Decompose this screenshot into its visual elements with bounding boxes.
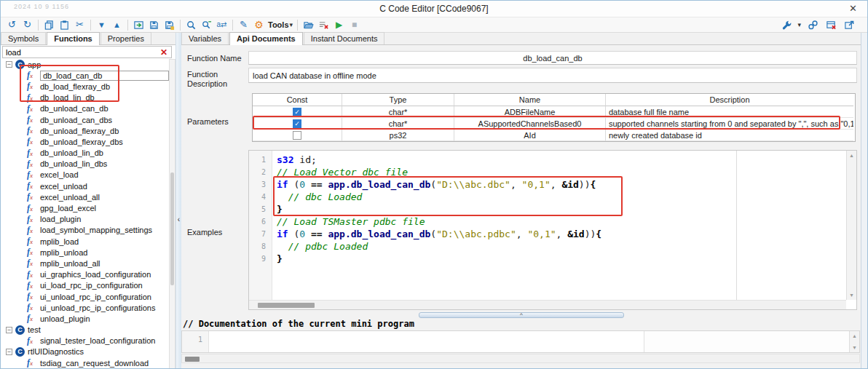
save-as-icon[interactable] — [162, 18, 177, 31]
gear-icon[interactable]: ⚙ — [251, 18, 267, 31]
search-icon[interactable] — [184, 18, 199, 31]
import-icon[interactable] — [131, 18, 146, 31]
tree-scrollbar[interactable] — [169, 59, 175, 369]
clear-search-icon[interactable]: ✕ — [157, 47, 171, 57]
copy-icon[interactable] — [42, 18, 57, 31]
search-input[interactable] — [3, 47, 157, 57]
examples-code-area[interactable]: s32 id;// Load Vector dbc fileif (0 == a… — [272, 151, 737, 300]
expander-icon[interactable]: − — [6, 327, 12, 333]
panel-splitter[interactable]: ‹ — [175, 33, 181, 369]
close-icon[interactable]: ✕ — [846, 3, 860, 14]
tree-item-db_load_flexray_db[interactable]: fxdb_load_flexray_db — [2, 81, 169, 92]
documentation-editor[interactable]: 1 ▲ ▼ — [181, 330, 860, 353]
export-icon[interactable] — [842, 18, 857, 31]
tree-item-label: tsdiag_can_request_download — [40, 359, 149, 368]
tree-item-tsdiag_can_request_download[interactable]: fxtsdiag_can_request_download — [2, 357, 169, 368]
tree-group-rtlUIDiagnostics[interactable]: −CrtlUIDiagnostics — [2, 346, 169, 357]
function-icon: fx — [27, 180, 39, 191]
wrench-icon[interactable] — [779, 18, 794, 31]
toolbar-separator — [232, 20, 233, 31]
tree-item-mplib_unload[interactable]: fxmplib_unload — [2, 247, 169, 258]
tab-symbols[interactable]: Symbols — [1, 32, 46, 44]
tree-item-db_unload_lin_db[interactable]: fxdb_unload_lin_db — [2, 148, 169, 159]
tools-menu[interactable]: Tools — [268, 20, 289, 29]
expander-icon[interactable]: − — [6, 61, 12, 68]
tree-item-ui_load_rpc_ip_configuration[interactable]: fxui_load_rpc_ip_configuration — [2, 280, 169, 291]
open-folder-icon[interactable] — [301, 18, 316, 31]
tools-dropdown-icon[interactable]: ▾ — [290, 21, 293, 28]
documentation-code-area[interactable] — [209, 331, 644, 352]
link-icon[interactable] — [805, 18, 821, 31]
left-tab-bar: Symbols Functions Properties — [1, 33, 175, 45]
tree-item-db_unload_lin_dbs[interactable]: fxdb_unload_lin_dbs — [2, 159, 169, 170]
close-table-icon[interactable] — [824, 18, 839, 31]
documentation-secondary-pane — [644, 331, 849, 352]
expander-icon[interactable]: − — [6, 349, 12, 355]
tree-item-ui_unload_rpc_ip_configuration[interactable]: fxui_unload_rpc_ip_configuration — [2, 291, 169, 302]
tree-item-mplib_unload_all[interactable]: fxmplib_unload_all — [2, 258, 169, 269]
tree-item-db_unload_can_db[interactable]: fxdb_unload_can_db — [2, 103, 169, 114]
scroll-up-icon[interactable]: ▲ — [847, 153, 856, 158]
documentation-vertical-scrollbar[interactable]: ▲ ▼ — [849, 331, 859, 352]
tree-item-signal_tester_load_configuration[interactable]: fxsignal_tester_load_configuration — [2, 336, 169, 346]
function-name-field[interactable]: db_load_can_db — [248, 51, 857, 65]
move-up-icon[interactable]: ▲ — [109, 18, 125, 31]
tree-item-ui_graphics_load_configuration[interactable]: fxui_graphics_load_configuration — [2, 269, 169, 280]
redo-icon[interactable]: ↻ — [20, 18, 35, 31]
checkbox-checked-icon[interactable]: ✓ — [293, 119, 301, 128]
tab-variables[interactable]: Variables — [181, 32, 229, 44]
tree-item-db_unload_can_dbs[interactable]: fxdb_unload_can_dbs — [2, 114, 169, 125]
text-compare-icon[interactable]: a⇄ — [214, 18, 229, 31]
code-line: } — [277, 253, 736, 265]
tree-item-unload_plugin[interactable]: fxunload_plugin — [2, 313, 169, 324]
move-down-icon[interactable]: ▼ — [94, 18, 109, 31]
examples-code-editor[interactable]: 123456789 s32 id;// Load Vector dbc file… — [248, 150, 857, 310]
editor-splitter-handle[interactable]: ^ — [419, 312, 624, 318]
tab-functions[interactable]: Functions — [47, 32, 100, 45]
tree-item-excel_unload_all[interactable]: fxexcel_unload_all — [2, 191, 169, 202]
tree-item-db_unload_flexray_db[interactable]: fxdb_unload_flexray_db — [2, 125, 169, 136]
examples-line-number-gutter: 123456789 — [249, 151, 272, 300]
examples-hscroll-thumb[interactable] — [258, 303, 315, 308]
scroll-down-icon[interactable]: ▼ — [850, 345, 859, 350]
tree-item-excel_load[interactable]: fxexcel_load — [2, 170, 169, 180]
tab-instant-documents[interactable]: Instant Documents — [304, 32, 385, 44]
pen-icon[interactable]: ✎ — [236, 18, 251, 31]
tree-item-load_symbol_mapping_settings[interactable]: fxload_symbol_mapping_settings — [2, 225, 169, 236]
checkbox-checked-icon[interactable]: ✓ — [293, 108, 301, 116]
clear-list-icon[interactable] — [316, 18, 331, 31]
collapse-icon[interactable]: ‹ — [178, 215, 180, 223]
wrench-dropdown-icon[interactable]: ▾ — [797, 21, 801, 28]
paste-icon[interactable] — [57, 18, 72, 31]
stop-icon[interactable]: ■ — [347, 18, 362, 31]
run-icon[interactable]: ▶ — [331, 18, 347, 31]
tree-item-excel_unload[interactable]: fxexcel_unload — [2, 180, 169, 191]
documentation-hscroll-thumb[interactable] — [185, 357, 200, 362]
tab-properties[interactable]: Properties — [100, 32, 151, 44]
scroll-down-icon[interactable]: ▼ — [847, 293, 856, 298]
documentation-horizontal-scrollbar[interactable] — [181, 354, 860, 363]
cut-icon[interactable]: ✂ — [72, 18, 87, 31]
save-icon[interactable] — [146, 18, 162, 31]
tree-item-ui_unload_rpc_ip_configurations[interactable]: fxui_unload_rpc_ip_configurations — [2, 302, 169, 313]
examples-horizontal-scrollbar[interactable] — [249, 300, 846, 309]
tree-item-mplib_load[interactable]: fxmplib_load — [2, 236, 169, 247]
tree-item-db_load_can_db[interactable]: fxdb_load_can_db — [2, 70, 169, 81]
tree-item-db_unload_flexray_dbs[interactable]: fxdb_unload_flexray_dbs — [2, 136, 169, 147]
function-description-field[interactable]: load CAN database in offline mode — [248, 68, 857, 83]
tree-group-test[interactable]: −Ctest — [2, 325, 169, 336]
tree-group-app[interactable]: −Capp — [2, 59, 169, 70]
examples-vertical-scrollbar[interactable]: ▲ ▼ — [846, 151, 856, 300]
right-panel-scrollbar[interactable] — [861, 33, 868, 369]
tree-item-db_load_lin_db[interactable]: fxdb_load_lin_db — [2, 92, 169, 103]
title-bar[interactable]: 2024 10 9 1156 C Code Editor [CCode9067]… — [1, 1, 867, 17]
tab-api-documents[interactable]: Api Documents — [229, 32, 303, 45]
undo-icon[interactable]: ↺ — [4, 18, 20, 31]
parameter-description-cell: database full file name — [606, 106, 853, 118]
tree-item-gpg_load_excel[interactable]: fxgpg_load_excel — [2, 202, 169, 213]
scroll-up-icon[interactable]: ▲ — [850, 333, 859, 338]
checkbox-unchecked-icon[interactable] — [293, 131, 301, 140]
tree-item-load_plugin[interactable]: fxload_plugin — [2, 214, 169, 225]
search-replace-icon[interactable] — [199, 18, 214, 31]
tree-scrollbar-thumb[interactable] — [170, 172, 174, 285]
